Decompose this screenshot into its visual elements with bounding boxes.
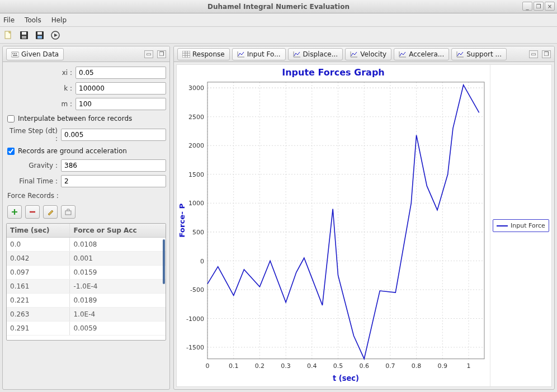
- final-time-label: Final Time :: [6, 177, 58, 185]
- mini-chart-icon: [399, 51, 407, 58]
- save-as-icon[interactable]: [35, 30, 45, 40]
- m-input[interactable]: [75, 98, 166, 110]
- ground-accel-checkbox[interactable]: [7, 148, 15, 155]
- table-row[interactable]: 0.161-1.0E-4: [7, 280, 166, 294]
- svg-text:2500: 2500: [188, 114, 204, 121]
- svg-rect-2: [22, 32, 26, 35]
- edit-record-button[interactable]: [43, 205, 58, 219]
- interpolate-checkbox[interactable]: [7, 115, 15, 122]
- add-record-button[interactable]: [7, 205, 22, 219]
- tab-velocity[interactable]: Velocity: [345, 48, 391, 60]
- given-data-label: Given Data: [21, 50, 59, 58]
- table-row[interactable]: 0.00.0108: [7, 238, 166, 252]
- svg-rect-9: [11, 52, 19, 57]
- table-row[interactable]: 0.0420.001: [7, 252, 166, 266]
- m-label: m :: [6, 100, 72, 108]
- k-input[interactable]: [75, 82, 166, 95]
- svg-text:0.5: 0.5: [333, 362, 343, 370]
- svg-rect-13: [13, 55, 17, 56]
- cell-force: 0.0159: [70, 266, 166, 280]
- final-time-input[interactable]: [61, 175, 166, 187]
- svg-rect-15: [182, 51, 190, 58]
- xi-input[interactable]: [75, 67, 166, 79]
- given-data-tab[interactable]: Given Data: [6, 48, 64, 60]
- keyboard-icon: [11, 51, 19, 58]
- cell-time: 0.161: [7, 280, 70, 294]
- svg-text:0: 0: [206, 362, 210, 370]
- menubar: File Tools Help: [0, 13, 557, 27]
- chart-legend: Input Force: [490, 65, 551, 386]
- gravity-label: Gravity :: [6, 162, 58, 169]
- tab-displace[interactable]: Displace...: [288, 48, 343, 60]
- new-file-icon[interactable]: [3, 30, 13, 40]
- panel-minimize-icon[interactable]: ▭: [144, 50, 153, 58]
- window-title: Duhamel Integral Numeric Evaluation: [0, 3, 557, 11]
- tab-response[interactable]: Response: [177, 48, 230, 60]
- panel-restore-icon[interactable]: ❐: [157, 50, 166, 58]
- tab-accelera[interactable]: Accelera...: [394, 48, 449, 60]
- records-table[interactable]: Time (sec) Force or Sup Acc 0.00.01080.0…: [6, 223, 166, 341]
- svg-rect-12: [16, 53, 17, 54]
- panel-restore-icon[interactable]: ❐: [542, 50, 551, 58]
- svg-rect-10: [12, 53, 13, 54]
- col-time-header[interactable]: Time (sec): [7, 224, 70, 238]
- tab-label: Velocity: [360, 50, 386, 58]
- panel-minimize-icon[interactable]: ▭: [529, 50, 538, 58]
- minimize-button[interactable]: _: [522, 2, 532, 11]
- svg-text:1: 1: [466, 362, 470, 370]
- svg-rect-5: [37, 32, 42, 35]
- chart-panel: ResponseInput Fo...Displace...VelocityAc…: [173, 46, 555, 390]
- maximize-button[interactable]: ❐: [534, 2, 544, 11]
- svg-text:-1000: -1000: [186, 315, 204, 323]
- tab-support[interactable]: Support ...: [451, 48, 507, 60]
- col-force-header[interactable]: Force or Sup Acc: [70, 224, 166, 238]
- menu-file[interactable]: File: [3, 16, 15, 24]
- tab-label: Input Fo...: [247, 50, 281, 58]
- save-icon[interactable]: [19, 30, 29, 40]
- cell-time: 0.097: [7, 266, 70, 280]
- window-titlebar: Duhamel Integral Numeric Evaluation _ ❐ …: [0, 0, 557, 13]
- mini-chart-icon: [456, 51, 464, 58]
- svg-text:0: 0: [200, 257, 204, 265]
- tab-label: Response: [192, 50, 225, 58]
- svg-text:0.2: 0.2: [255, 362, 265, 370]
- table-row[interactable]: 0.2631.0E-4: [7, 308, 166, 322]
- svg-text:-500: -500: [190, 286, 204, 294]
- svg-rect-6: [37, 36, 42, 39]
- table-row[interactable]: 0.0970.0159: [7, 266, 166, 280]
- mini-chart-icon: [237, 51, 245, 58]
- legend-label: Input Force: [511, 222, 545, 229]
- svg-text:500: 500: [192, 229, 204, 236]
- cell-force: 0.0189: [70, 294, 166, 308]
- dt-input[interactable]: [61, 129, 166, 141]
- svg-rect-11: [14, 53, 15, 54]
- svg-rect-14: [65, 211, 71, 215]
- cell-force: 0.0059: [70, 322, 166, 336]
- cell-time: 0.042: [7, 252, 70, 266]
- table-row[interactable]: 0.2910.0059: [7, 322, 166, 336]
- given-data-panel: Given Data ▭ ❐ xi : k : m : Interpulate …: [2, 46, 170, 390]
- svg-text:t (sec): t (sec): [333, 374, 359, 382]
- svg-text:0.4: 0.4: [307, 362, 317, 370]
- table-row[interactable]: 0.2210.0189: [7, 294, 166, 308]
- gravity-input[interactable]: [61, 159, 166, 172]
- menu-tools[interactable]: Tools: [25, 16, 41, 24]
- xi-label: xi :: [6, 69, 72, 77]
- svg-text:2000: 2000: [188, 142, 204, 149]
- tab-inputfo[interactable]: Input Fo...: [232, 48, 286, 60]
- dt-label: Time Step (dt) :: [6, 127, 58, 143]
- tab-label: Support ...: [466, 50, 502, 58]
- run-icon[interactable]: [50, 30, 60, 40]
- mini-chart-icon: [293, 51, 301, 58]
- cell-force: 1.0E-4: [70, 308, 166, 322]
- svg-text:1000: 1000: [188, 200, 204, 207]
- svg-text:0.1: 0.1: [229, 362, 238, 370]
- remove-record-button[interactable]: [25, 205, 40, 219]
- svg-text:0.3: 0.3: [281, 362, 290, 370]
- close-button[interactable]: ×: [545, 2, 555, 11]
- import-record-button[interactable]: [61, 205, 75, 219]
- menu-help[interactable]: Help: [51, 16, 67, 24]
- chart-plot: 00.10.20.30.40.50.60.70.80.91-1500-1000-…: [177, 65, 490, 386]
- force-records-label: Force Records :: [6, 191, 166, 201]
- legend-line-icon: [497, 225, 508, 226]
